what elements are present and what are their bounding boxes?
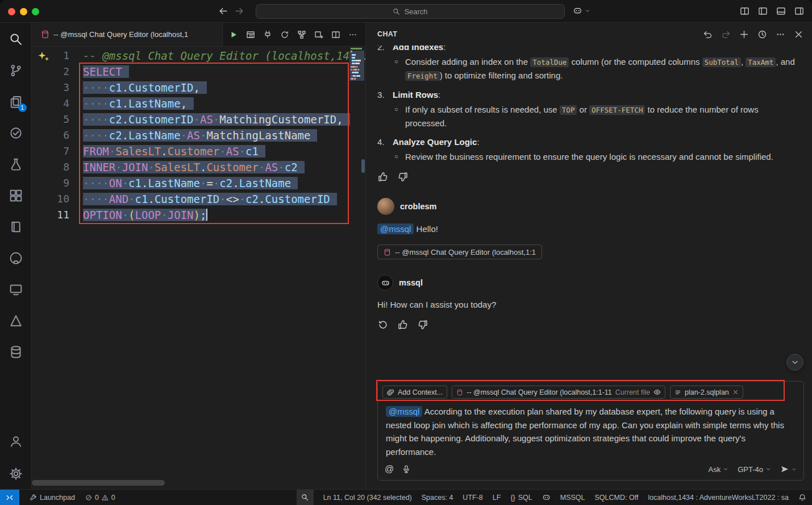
schema-hierarchy-icon[interactable] [297, 30, 307, 40]
thumbs-down-icon[interactable] [397, 171, 409, 183]
close-window-button[interactable] [8, 8, 15, 15]
activity-notebook-icon[interactable] [0, 211, 32, 242]
chat-mode-dropdown[interactable]: Ask [709, 465, 729, 474]
undo-chat-icon[interactable] [702, 28, 713, 40]
chat-panel: CHAT [366, 23, 812, 489]
chat-context-row: Add Context... -- @mssql Chat Query Edit… [378, 382, 803, 401]
editor-tab[interactable]: -- @mssql Chat Query Editor (localhost,1 [32, 23, 223, 46]
code-editor[interactable]: 1234567891011 -- @mssql Chat Query Edito… [32, 47, 365, 489]
close-chat-icon[interactable] [793, 28, 804, 40]
activity-source-control-icon[interactable] [0, 55, 32, 86]
chat-input-controls: @ Ask GPT-4o [378, 460, 803, 480]
mention-icon[interactable]: @ [385, 464, 394, 474]
horizontal-scrollbar[interactable] [32, 480, 165, 486]
results-grid-icon[interactable] [245, 30, 256, 40]
zoom-indicator[interactable] [297, 490, 314, 505]
remove-attachment-icon[interactable] [732, 389, 739, 395]
editor-tab-bar: -- @mssql Chat Query Editor (localhost,1 [32, 23, 365, 47]
activity-badge: 1 [18, 104, 27, 112]
navigate-back-button[interactable] [218, 6, 228, 16]
activity-search-icon[interactable] [0, 23, 32, 55]
more-actions-icon[interactable] [348, 30, 358, 40]
user-message-text: @mssql Hello! [377, 222, 801, 235]
settings-gear-icon[interactable] [0, 458, 32, 489]
title-bar: Search [0, 0, 812, 23]
activity-azure-icon[interactable] [0, 305, 32, 336]
sqlcmd-status[interactable]: SQLCMD: Off [595, 494, 639, 502]
chevron-down-icon [792, 467, 797, 472]
connection-status[interactable]: localhost,1434 : AdventureWorksLT2022 : … [648, 494, 789, 502]
activity-bar: 1 [0, 23, 32, 489]
context-current-file-chip[interactable]: -- @mssql Chat Query Editor (localhost,1… [452, 386, 665, 399]
command-center-search[interactable]: Search [256, 4, 565, 19]
indentation-status[interactable]: Spaces: 4 [422, 494, 453, 502]
remote-indicator[interactable] [0, 490, 19, 505]
overview-ruler-marker [361, 159, 365, 173]
problems-status-item[interactable]: 0 0 [85, 494, 115, 502]
mssql-file-icon [384, 249, 391, 256]
customize-layout-icon[interactable] [740, 6, 749, 16]
thumbs-up-icon[interactable] [377, 171, 389, 183]
regenerate-icon[interactable] [377, 319, 389, 330]
thumbs-up-icon[interactable] [397, 319, 409, 330]
language-mode-status[interactable]: {} SQL [510, 494, 532, 502]
toggle-primary-sidebar-icon[interactable] [758, 6, 768, 16]
warning-icon [102, 494, 109, 501]
context-sqlplan-chip[interactable]: plan-2.sqlplan [670, 386, 743, 399]
toggle-panel-icon[interactable] [776, 6, 786, 16]
activity-run-debug-icon[interactable] [0, 148, 32, 180]
copilot-menu-button[interactable] [573, 6, 590, 15]
status-bar: Launchpad 0 0 Ln 11, Col 20 (342 selecte… [0, 489, 812, 505]
send-icon [780, 465, 789, 474]
connection-plug-icon[interactable] [263, 30, 273, 40]
microphone-icon[interactable] [402, 465, 411, 474]
cursor-position-status[interactable]: Ln 11, Col 20 (342 selected) [323, 494, 412, 502]
model-picker-dropdown[interactable]: GPT-4o [738, 465, 771, 474]
activity-extensions-icon[interactable] [0, 180, 32, 211]
activity-remote-explorer-icon[interactable] [0, 274, 32, 305]
schema-designer-icon[interactable] [314, 30, 324, 40]
search-icon [393, 8, 400, 15]
activity-references-icon[interactable]: 1 [0, 86, 32, 117]
run-query-button[interactable] [228, 30, 239, 40]
editor-group: -- @mssql Chat Query Editor (localhost,1 [32, 23, 366, 489]
zoom-window-button[interactable] [32, 8, 39, 15]
file-lines-icon [674, 389, 681, 396]
copilot-status-icon[interactable] [542, 493, 551, 502]
scroll-to-bottom-button[interactable] [786, 354, 803, 371]
user-message-header: croblesm [377, 198, 801, 215]
chat-input-box[interactable]: Add Context... -- @mssql Chat Query Edit… [377, 381, 804, 481]
assistant-list-answer: 2.Add Indexes:Consider adding an index o… [377, 45, 801, 163]
chat-input-text[interactable]: @mssql According to the execution plan s… [378, 401, 803, 460]
navigate-forward-button[interactable] [235, 6, 244, 16]
eol-status[interactable]: LF [493, 494, 501, 502]
tab-title: -- @mssql Chat Query Editor (localhost,1 [53, 30, 188, 39]
chat-history-icon[interactable] [756, 28, 768, 40]
add-context-button[interactable]: Add Context... [382, 386, 447, 399]
toggle-secondary-sidebar-icon[interactable] [794, 6, 804, 16]
send-message-button[interactable] [780, 465, 797, 474]
activity-test-explorer-icon[interactable] [0, 117, 32, 148]
search-placeholder: Search [404, 7, 427, 16]
activity-mssql-icon[interactable] [0, 336, 32, 367]
encoding-status[interactable]: UTF-8 [463, 494, 482, 502]
activity-github-icon[interactable] [0, 242, 32, 274]
mssql-status[interactable]: MSSQL [560, 494, 585, 502]
launchpad-status-item[interactable]: Launchpad [30, 494, 75, 502]
estimated-plan-icon[interactable] [280, 30, 290, 40]
mssql-file-icon [456, 389, 463, 396]
new-chat-icon[interactable] [738, 28, 749, 40]
accounts-icon[interactable] [0, 427, 32, 458]
minimize-window-button[interactable] [20, 8, 27, 15]
minimap[interactable] [351, 48, 363, 116]
redo-chat-icon[interactable] [720, 28, 731, 40]
window-controls [8, 8, 39, 15]
chat-more-icon[interactable] [774, 28, 786, 40]
notifications-bell-icon[interactable] [798, 494, 806, 502]
message-attachment-chip[interactable]: -- @mssql Chat Query Editor (localhost,1… [377, 245, 542, 259]
braces-icon: {} [510, 494, 515, 502]
mssql-file-icon [41, 30, 49, 39]
split-editor-icon[interactable] [331, 30, 341, 40]
thumbs-down-icon[interactable] [417, 319, 428, 330]
eye-icon[interactable] [653, 388, 661, 396]
